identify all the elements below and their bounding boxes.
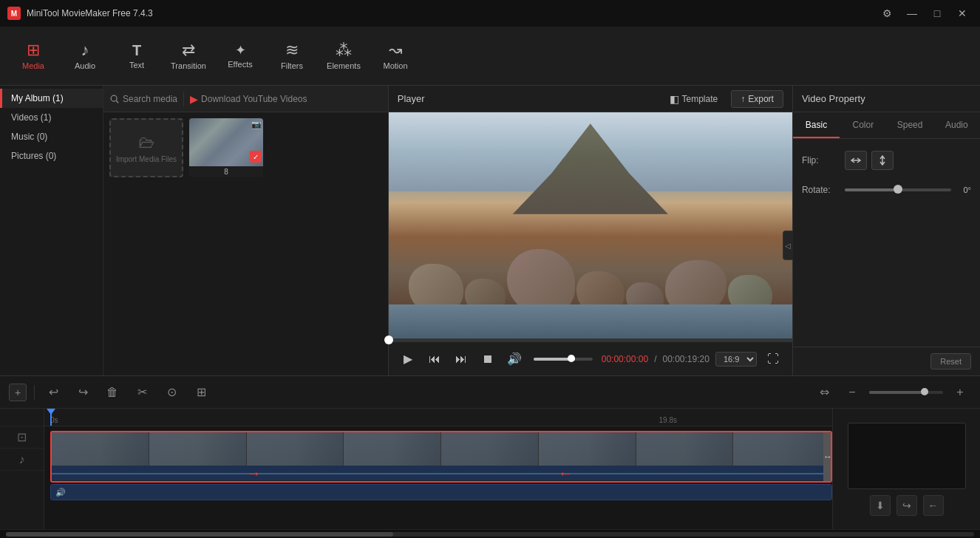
- import-media-button[interactable]: 🗁 Import Media Files: [109, 118, 183, 177]
- flip-row: Flip:: [802, 151, 971, 170]
- property-body: Flip: Rotate:: [793, 139, 980, 347]
- close-button[interactable]: ✕: [952, 3, 973, 24]
- playhead[interactable]: [50, 409, 52, 426]
- minimize-button[interactable]: —: [902, 3, 922, 24]
- elements-icon: ⁂: [336, 42, 352, 58]
- scroll-track[interactable]: [6, 532, 974, 537]
- export-button[interactable]: ↑ Export: [731, 90, 783, 108]
- player-progress-bar[interactable]: [389, 338, 792, 341]
- player-panel: Player ◧ Template ↑ Export: [389, 86, 793, 375]
- toolbar-text[interactable]: T Text: [111, 30, 163, 82]
- redo-button[interactable]: ↪: [72, 381, 94, 404]
- crop-button[interactable]: ⊞: [190, 381, 212, 404]
- prev-frame-button[interactable]: ⏮: [424, 349, 445, 370]
- rotate-slider[interactable]: [845, 188, 952, 191]
- rotate-fill: [845, 188, 898, 191]
- toolbar-media[interactable]: ⊞ Media: [7, 30, 59, 82]
- rotate-thumb[interactable]: [894, 185, 902, 194]
- rotate-track[interactable]: [845, 188, 952, 191]
- toolbar-effects[interactable]: ✦ Effects: [214, 30, 266, 82]
- volume-button[interactable]: 🔊: [504, 349, 525, 370]
- current-time: 00:00:00:00: [602, 354, 648, 364]
- tab-basic[interactable]: Basic: [793, 112, 840, 138]
- fullscreen-button[interactable]: ⛶: [763, 349, 783, 370]
- player-header: Player ◧ Template ↑ Export: [389, 86, 792, 112]
- zoom-track[interactable]: [869, 391, 943, 394]
- player-header-right: ◧ Template ↑ Export: [662, 90, 783, 108]
- media-icon: ⊞: [27, 42, 40, 58]
- album-item-videos[interactable]: Videos (1): [0, 108, 103, 127]
- motion-icon: ↝: [389, 42, 402, 58]
- effects-label: Effects: [228, 60, 252, 69]
- timeline-scrollbar[interactable]: [0, 529, 980, 538]
- forward-clip-button[interactable]: ↪: [896, 495, 917, 516]
- flip-horizontal-button[interactable]: [845, 151, 867, 170]
- download-clip-button[interactable]: ⬇: [870, 495, 891, 516]
- volume-bar[interactable]: [534, 358, 593, 361]
- album-item-pictures[interactable]: Pictures (0): [0, 146, 103, 166]
- toolbar-sep-1: [34, 385, 35, 400]
- tab-audio[interactable]: Audio: [933, 112, 980, 138]
- elements-label: Elements: [327, 61, 361, 70]
- thumb-seg-2: [149, 432, 247, 466]
- add-media-button[interactable]: +: [9, 384, 27, 401]
- side-thumbnail: [848, 423, 966, 489]
- back-clip-button[interactable]: ←: [923, 495, 944, 516]
- svg-line-1: [116, 101, 118, 103]
- player-controls: ▶ ⏮ ⏭ ⏹ 🔊 00:00:00:00 / 00:00:19:20 16:9…: [389, 341, 792, 375]
- scroll-thumb[interactable]: [6, 532, 393, 537]
- voiceover-button[interactable]: ⊙: [160, 381, 183, 404]
- media-label: Media: [22, 61, 44, 70]
- tab-color[interactable]: Color: [840, 112, 886, 138]
- undo-button[interactable]: ↩: [42, 381, 64, 404]
- toolbar-transition[interactable]: ⇄ Transition: [163, 30, 214, 82]
- aspect-ratio-select[interactable]: 16:9 9:16 1:1 4:3: [715, 352, 757, 367]
- stop-button[interactable]: ⏹: [477, 349, 498, 370]
- toolbar-elements[interactable]: ⁂ Elements: [318, 30, 370, 82]
- zoom-fill: [869, 391, 928, 394]
- folder-icon: 🗁: [138, 133, 154, 152]
- track-resize-handle[interactable]: ↔: [823, 432, 832, 481]
- template-button[interactable]: ◧ Template: [662, 90, 726, 108]
- yt-download-button[interactable]: ▶ Download YouTube Videos: [190, 93, 307, 105]
- audio-track-label: ♪: [0, 449, 44, 471]
- ruler-tick-end: 19.8s: [659, 416, 677, 424]
- zoom-out-button[interactable]: −: [841, 381, 863, 404]
- video-preview: [389, 112, 792, 338]
- panel-collapse-button[interactable]: ◁: [783, 231, 793, 260]
- rotate-value: 0°: [963, 185, 971, 194]
- settings-button[interactable]: ⚙: [877, 3, 897, 24]
- maximize-button[interactable]: □: [927, 3, 947, 24]
- album-list: My Album (1) Videos (1) Music (0) Pictur…: [0, 86, 103, 375]
- video-track[interactable]: 19.8s → ←: [50, 431, 832, 483]
- split-track-button[interactable]: ⇔: [813, 381, 835, 404]
- flip-vertical-button[interactable]: [871, 151, 894, 170]
- audio-label: Audio: [75, 61, 95, 70]
- split-button[interactable]: ✂: [131, 381, 153, 404]
- thumb-seg-6: [539, 432, 636, 466]
- progress-thumb[interactable]: [384, 336, 393, 344]
- delete-button[interactable]: 🗑: [101, 381, 123, 404]
- toolbar-motion[interactable]: ↝ Motion: [370, 30, 421, 82]
- tl-tracks: 19.8s → ←: [44, 426, 832, 529]
- timeline: + ↩ ↪ 🗑 ✂ ⊙ ⊞ ⇔ − + ⊡ ♪: [0, 375, 980, 538]
- video-thumbnails: [52, 432, 831, 466]
- right-panel: ◁ Video Property Basic Color Speed Audio…: [793, 86, 980, 375]
- next-frame-button[interactable]: ⏭: [451, 349, 472, 370]
- album-item-myalbum[interactable]: My Album (1): [0, 89, 103, 108]
- reset-button[interactable]: Reset: [930, 353, 971, 370]
- play-button[interactable]: ▶: [398, 349, 418, 370]
- zoom-in-button[interactable]: +: [949, 381, 971, 404]
- volume-slider[interactable]: [534, 358, 593, 361]
- toolbar-filters[interactable]: ≋ Filters: [266, 30, 318, 82]
- search-media-button[interactable]: Search media: [109, 94, 177, 104]
- filters-icon: ≋: [285, 42, 299, 58]
- album-item-music[interactable]: Music (0): [0, 127, 103, 146]
- media-thumb-video[interactable]: 📷 ✓ 8: [189, 118, 263, 177]
- tab-speed[interactable]: Speed: [886, 112, 933, 138]
- audio-track[interactable]: 🔊: [50, 484, 832, 500]
- track-labels: ⊡ ♪: [0, 409, 44, 529]
- toolbar-audio[interactable]: ♪ Audio: [59, 30, 111, 82]
- effects-icon: ✦: [235, 44, 246, 57]
- zoom-thumb[interactable]: [921, 388, 928, 395]
